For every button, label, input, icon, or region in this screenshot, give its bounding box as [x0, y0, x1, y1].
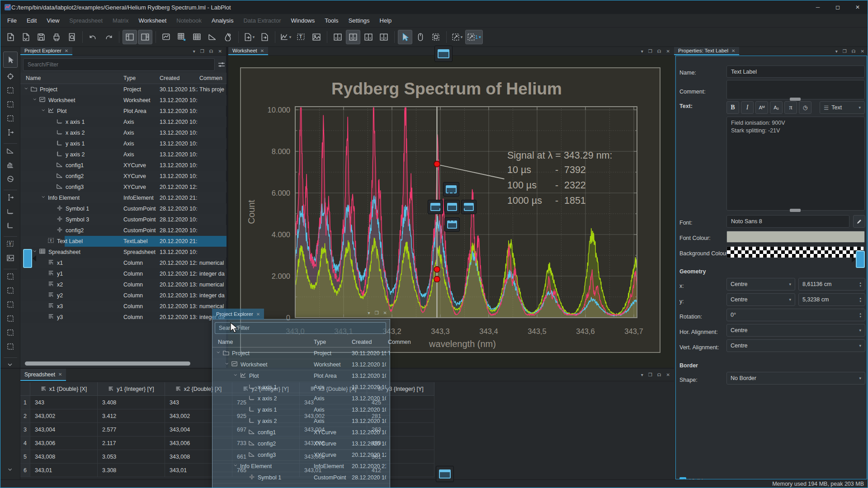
cell[interactable]: 3.408 — [98, 396, 165, 409]
toggle-properties-button[interactable] — [138, 30, 152, 44]
menu-tools[interactable]: Tools — [320, 14, 343, 27]
cell[interactable]: 343,01 — [30, 464, 98, 477]
row-number[interactable]: 1 — [20, 396, 30, 409]
tree-row-config1[interactable]: config1XYCurve13.12.2020 10:09 — [20, 160, 226, 171]
tree-row-project[interactable]: ProjectProject30.11.2020 15:23This proje — [212, 348, 390, 359]
cell[interactable]: 343,008 — [30, 450, 98, 464]
column-header[interactable]: y1 {Integer} [Y] — [98, 382, 165, 396]
layout-break-button[interactable] — [377, 30, 391, 44]
search-input[interactable]: Search/Filter — [215, 322, 386, 334]
tree-row-plot[interactable]: PlotPlot Area13.12.2020 10:01 — [20, 106, 226, 117]
expander-icon[interactable] — [41, 195, 46, 201]
x-offset-spinbox[interactable]: 8,61136 cm▴▾ — [798, 278, 865, 291]
tree-row-symbol-1[interactable]: Symbol 1CustomPoint28.12.2020 10:06 — [212, 472, 390, 483]
tree-row-config2[interactable]: config2XYCurve13.12.2020 10:11 — [20, 171, 226, 182]
maximize-button[interactable]: ◻ — [828, 0, 848, 14]
tree-row-config2[interactable]: config2XYCurve13.12.2020 10:11 — [212, 438, 390, 450]
open-document-button[interactable] — [19, 30, 33, 44]
pin-icon[interactable]: ☊ — [657, 49, 661, 54]
tree-row-x-axis-1[interactable]: x axis 1Axis13.12.2020 10:01 — [212, 382, 390, 393]
close-icon[interactable]: ✕ — [861, 49, 864, 54]
zoom-mouse-button[interactable] — [413, 30, 428, 44]
column-header[interactable]: x1 {Double} [X] — [30, 382, 98, 396]
menu-windows[interactable]: Windows — [286, 14, 320, 27]
float-icon[interactable]: ❐ — [648, 49, 652, 54]
row-number[interactable]: 5 — [20, 450, 30, 464]
cell[interactable]: 3.308 — [98, 464, 165, 477]
close-icon[interactable]: ✕ — [260, 48, 264, 53]
pin-icon[interactable]: ☊ — [852, 49, 856, 54]
new-spreadsheet-button[interactable] — [175, 30, 189, 44]
tree-row-y-axis-1[interactable]: y axis 1Axis13.12.2020 10:01 — [20, 138, 226, 149]
tree-row-worksheet[interactable]: WorksheetWorksheet13.12.2020 10:01 — [212, 359, 390, 371]
pin-icon[interactable]: ☊ — [657, 372, 661, 377]
close-icon[interactable]: ✕ — [666, 49, 670, 54]
tree-row-x-axis-1[interactable]: x axis 1Axis13.12.2020 10:01 — [20, 117, 226, 127]
row-number[interactable]: 2 — [20, 409, 30, 423]
hor-alignment-combo[interactable]: Centre▾ — [726, 324, 865, 337]
menu-file[interactable]: File — [2, 14, 22, 27]
float-icon[interactable]: ❐ — [843, 49, 847, 54]
floating-project-explorer[interactable]: Project Explorer ✕ ▾ ❐ ✕ Search/Filter N… — [212, 319, 390, 488]
axis-icon[interactable] — [5, 192, 15, 202]
tree-row-y-axis-2[interactable]: y axis 2Axis13.12.2020 10:01 — [212, 416, 390, 427]
zoom-region-button[interactable] — [429, 30, 443, 44]
tree-row-y-axis-1[interactable]: y axis 1Axis13.12.2020 10:01 — [212, 404, 390, 416]
comment-field[interactable] — [726, 80, 865, 99]
add-text-label-button[interactable]: T — [294, 30, 308, 44]
text-content-field[interactable]: Field ionisation: 900VStark splitting: -… — [726, 117, 865, 211]
tree-row-y2[interactable]: y2Column20.12.2020 13:55integer da — [20, 290, 226, 301]
tree-row-spreadsheet[interactable]: SpreadsheetSpreadsheet13.12.2020 10:08 — [20, 247, 226, 258]
resize-handle[interactable] — [790, 98, 801, 101]
chevron-down-icon[interactable]: ▾ — [368, 310, 370, 315]
select-pointer-button[interactable] — [398, 30, 412, 44]
zoom-select-y-icon[interactable] — [5, 113, 15, 123]
histogram-icon[interactable] — [5, 160, 15, 170]
expander-icon[interactable] — [216, 350, 221, 357]
expander-icon[interactable] — [225, 361, 230, 368]
menu-help[interactable]: Help — [375, 14, 397, 27]
collapse-left-icon[interactable] — [5, 314, 15, 324]
print-preview-button[interactable] — [65, 30, 79, 44]
save-button[interactable] — [34, 30, 48, 44]
background-colour-swatch[interactable] — [726, 246, 864, 258]
vert-alignment-combo[interactable]: Centre▾ — [726, 339, 865, 352]
font-edit-button[interactable] — [853, 215, 865, 228]
tree-row-y-axis-2[interactable]: y axis 2Axis13.12.2020 10:01 — [20, 149, 226, 160]
subscript-button[interactable]: Aₒ — [770, 101, 783, 114]
expander-icon[interactable] — [24, 86, 29, 93]
new-document-button[interactable] — [3, 30, 18, 44]
new-worksheet-button[interactable] — [159, 30, 174, 44]
expander-icon[interactable] — [233, 463, 238, 469]
tree-row-config3[interactable]: config3XYCurve20.12.2020 12:39 — [212, 450, 390, 461]
new-plot-button[interactable]: ▾ — [278, 30, 293, 44]
shrink-box-icon[interactable] — [5, 286, 15, 296]
tree-row-config2[interactable]: config2CustomPoint28.12.2020 10:06 — [20, 225, 226, 236]
close-icon[interactable]: ✕ — [666, 372, 670, 377]
crosshair-icon[interactable] — [5, 71, 15, 81]
axis-bottom-icon[interactable] — [5, 206, 15, 216]
add-image-button[interactable] — [309, 30, 324, 44]
tree-row-config1[interactable]: config1XYCurve13.12.2020 10:09 — [212, 427, 390, 438]
horizontal-scrollbar[interactable] — [25, 361, 190, 366]
name-field[interactable]: Text Label — [726, 66, 865, 78]
cursor-line-icon[interactable] — [5, 127, 15, 137]
print-button[interactable] — [49, 30, 64, 44]
font-colour-swatch[interactable] — [726, 231, 865, 243]
tree-row-x1[interactable]: x1Column20.12.2020 12:39numerical — [20, 258, 226, 268]
tab-floating-project-explorer[interactable]: Project Explorer ✕ — [212, 309, 264, 319]
fourier-icon[interactable] — [5, 174, 15, 184]
close-icon[interactable]: ✕ — [256, 312, 260, 317]
row-number[interactable]: 6 — [20, 464, 30, 477]
cell[interactable]: 343,004 — [30, 423, 98, 436]
chevron-down-icon[interactable]: ▾ — [835, 49, 838, 54]
tree-row-text-label[interactable]: TText LabelTextLabel20.12.2020 21:13 — [20, 236, 226, 247]
close-icon[interactable]: ✕ — [218, 49, 222, 54]
menu-worksheet[interactable]: Worksheet — [133, 14, 171, 27]
menu-view[interactable]: View — [42, 14, 64, 27]
y-position-combo[interactable]: Centre▾ — [726, 293, 795, 306]
expand-out-icon[interactable] — [5, 328, 15, 338]
toggle-project-explorer-button[interactable] — [123, 30, 137, 44]
close-icon[interactable]: ✕ — [65, 48, 68, 53]
tab-worksheet[interactable]: Worksheet ✕ — [228, 47, 268, 55]
